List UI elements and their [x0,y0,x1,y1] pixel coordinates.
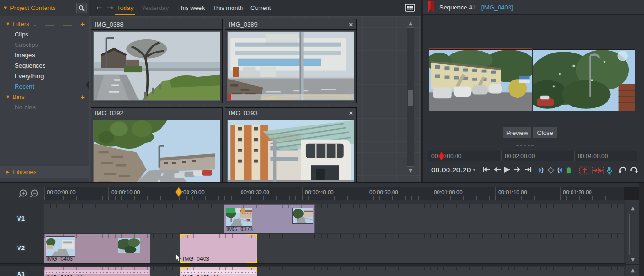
track-lane-v1[interactable] [44,204,624,233]
monitor-timebar[interactable]: 00:00:00.00 00:02:00.00 00:04:00.00 [428,151,637,161]
sequence-bookmark-icon [427,1,434,13]
timeline-audio-clip-img-0403-a1[interactable]: IMG_0403_A1 [44,267,150,276]
scroll-down-icon[interactable]: ▼ [627,257,638,263]
track-label-v1[interactable]: V1 [0,215,42,222]
clip-tile-img-0389[interactable]: IMG_0389 × [225,19,357,103]
clip-label: IMG_0373 [226,226,253,232]
item-label: Subclips [15,41,38,48]
sidebar-item-sequences[interactable]: Sequences [0,60,89,71]
sidebar-item-everything[interactable]: Everything [0,71,89,81]
track-label-a1[interactable]: A1 [0,270,42,276]
redo-button[interactable] [629,166,638,174]
remove-section-button[interactable] [579,166,591,175]
expand-triangle-icon[interactable]: ▼ [6,95,9,99]
scroll-up-icon[interactable]: ▲ [627,205,638,212]
close-icon[interactable]: × [349,21,353,27]
nav-forward-icon[interactable]: → [107,0,113,16]
ruler-label: 00:00:40.00 [305,189,334,195]
ruler-label: 00:00:00.00 [47,189,76,195]
undo-button[interactable] [618,166,627,174]
trim-bracket[interactable] [180,267,190,272]
timeline-clip-img-0373[interactable]: IMG_0373 [224,204,315,233]
cue-marker-button[interactable] [565,166,572,174]
tab-this-week[interactable]: This week [177,0,205,16]
collapsed-triangle-icon[interactable]: ▶ [6,170,9,174]
search-icon [78,5,85,11]
clip-thumbnail [93,31,220,101]
preview-frame-right[interactable] [533,49,635,111]
step-forward-button[interactable] [513,166,521,173]
preview-button[interactable]: Preview [503,127,531,138]
tab-current[interactable]: Current [250,0,271,16]
playhead-marker-icon[interactable] [175,187,182,197]
track-label-v2[interactable]: V2 [0,244,42,251]
scroll-up-icon[interactable]: ▲ [627,267,638,274]
filters-section-header[interactable]: ▼ Filters + [0,18,89,29]
track-divider [0,263,639,266]
timeline-audio-clip-img-0403-a1-selected[interactable]: IMG_0403_A1 [180,267,257,276]
preview-frame-left[interactable] [429,49,532,111]
sequence-subtitle[interactable]: [IMG_0403] [481,4,513,11]
scroll-up-icon[interactable]: ▲ [405,20,416,27]
tab-today[interactable]: Today [117,0,134,16]
timeline-ruler[interactable]: 00:00:00.00 00:00:10.00 00:00:20.00 00:0… [44,187,624,200]
panel-collapse-handle[interactable] [86,80,89,90]
clip-tile-img-0393[interactable]: IMG_0393 × [225,107,357,182]
dotted-leader [34,22,77,26]
trim-bracket[interactable] [247,234,257,239]
expand-triangle-icon[interactable]: ▼ [6,22,9,26]
step-back-button[interactable] [493,166,501,173]
play-button[interactable] [503,166,510,173]
search-button[interactable] [76,3,87,13]
expand-triangle-icon[interactable]: ▼ [4,6,7,10]
close-button[interactable]: Close [533,127,557,138]
nav-back-icon[interactable]: ← [96,0,102,16]
zoom-in-icon[interactable] [18,189,27,198]
microphone-button[interactable] [606,166,613,175]
timebar-label: 00:00:00.00 [431,153,461,160]
clip-thumbnail [227,31,354,101]
mark-point-button[interactable] [547,166,555,174]
mark-out-button[interactable] [556,166,564,174]
item-label: Sequences [15,62,45,69]
libraries-section-header[interactable]: ▶ Libraries [0,166,89,178]
sidebar-item-recent[interactable]: Recent [0,81,89,91]
timeline-clip-img-0403-selected[interactable]: IMG_0403 [180,234,257,263]
ruler-label: 00:00:50.00 [369,189,398,195]
clip-name: IMG_0388 [95,21,124,28]
zoom-out-icon[interactable] [29,189,39,198]
add-filter-icon[interactable]: + [80,20,85,27]
goto-start-button[interactable] [482,166,491,173]
scrollbar-thumb[interactable] [629,214,636,255]
current-timecode[interactable]: 00:00:20.20 [431,166,471,174]
trim-bracket[interactable] [247,258,257,263]
tab-yesterday[interactable]: Yesterday [142,0,169,16]
tab-this-month[interactable]: This month [213,0,243,16]
trim-bracket[interactable] [180,234,190,239]
add-bin-icon[interactable]: + [80,93,85,100]
trim-bracket[interactable] [247,267,257,272]
timecode-dropdown-icon[interactable]: ▼ [473,168,476,172]
goto-end-button[interactable] [523,166,532,173]
clip-tile-img-0392[interactable]: IMG_0392 [91,107,223,182]
project-contents-header: ▼ Project Contents [0,0,89,16]
app-window: ▼ Project Contents ▼ Filters + Clips Sub… [0,0,644,276]
mark-in-button[interactable] [537,166,545,174]
sidebar-item-images[interactable]: Images [0,50,89,60]
clip-tile-img-0388[interactable]: IMG_0388 [91,19,223,103]
position-marker-icon[interactable] [438,151,445,161]
scrollbar-thumb[interactable] [408,90,413,106]
sidebar-item-subclips[interactable]: Subclips [0,39,89,50]
tile-view-icon[interactable] [405,4,415,12]
close-gap-button[interactable] [592,166,604,175]
timebar-divider [501,151,502,161]
filters-label: Filters [12,20,29,27]
panel-resize-handle[interactable] [516,145,534,146]
ruler-label: 00:01:00.00 [434,189,463,195]
scroll-down-icon[interactable]: ▼ [405,168,416,174]
bins-section-header[interactable]: ▼ Bins + [0,91,89,102]
close-icon[interactable]: × [349,110,353,116]
clip-frame-thumbnail [118,238,140,253]
sidebar-item-clips[interactable]: Clips [0,29,89,39]
timeline-clip-img-0403[interactable]: IMG_0403 [44,234,150,263]
